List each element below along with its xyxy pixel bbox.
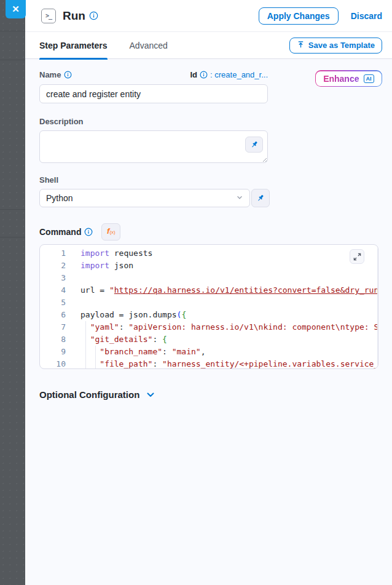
optional-configuration-toggle[interactable]: Optional Configuration (39, 389, 382, 400)
description-pin-button[interactable] (245, 137, 263, 153)
name-info-icon[interactable] (64, 71, 72, 79)
step-config-panel: >_ Run Apply Changes Discard Step Parame… (25, 0, 392, 585)
code-line[interactable] (80, 272, 377, 284)
code-line-number: 3 (40, 272, 66, 284)
name-label: Name (39, 70, 61, 79)
code-lines: import requestsimport json url = "https:… (80, 247, 377, 369)
code-line[interactable]: import json (80, 260, 377, 272)
description-field-wrap (39, 130, 268, 163)
code-gutter: 12345678910 (40, 247, 66, 369)
shell-selected-value: Python (46, 193, 73, 203)
close-icon: ✕ (12, 4, 20, 15)
chevron-down-icon (236, 193, 243, 203)
enhance-label: Enhance (323, 74, 359, 84)
run-step-icon: >_ (41, 9, 56, 23)
pin-icon (256, 194, 265, 202)
step-parameters-form: Enhance AI Name Id : create_and_r... Des… (25, 59, 392, 400)
enhance-ai-button[interactable]: Enhance AI (315, 70, 382, 87)
command-row: Command f (x) (39, 223, 382, 241)
step-id-group: Id : create_and_r... (190, 70, 268, 79)
editor-expand-button[interactable] (350, 249, 364, 264)
command-label: Command (39, 227, 81, 237)
shell-label: Shell (39, 175, 382, 185)
code-line[interactable] (80, 296, 377, 309)
description-label: Description (39, 117, 382, 126)
tab-advanced[interactable]: Advanced (130, 32, 168, 59)
save-as-template-button[interactable]: Save as Template (289, 38, 382, 54)
pin-icon (250, 140, 259, 149)
close-panel-button[interactable]: ✕ (6, 0, 26, 18)
code-line-number: 8 (40, 333, 66, 346)
command-label-group: Command (39, 227, 93, 237)
shell-row: Python (39, 189, 382, 207)
id-label: Id (190, 70, 197, 79)
editor-right-rule (377, 245, 378, 368)
ai-badge: AI (364, 74, 374, 83)
command-code-editor[interactable]: 12345678910 import requestsimport json u… (39, 244, 378, 369)
discard-button[interactable]: Discard (351, 11, 382, 21)
code-line-number: 2 (40, 260, 66, 272)
code-line[interactable]: payload = json.dumps({ (80, 309, 377, 321)
title-info-icon[interactable] (89, 11, 98, 20)
name-label-group: Name (39, 70, 72, 79)
tab-bar: Step Parameters Advanced Save as Templat… (25, 32, 392, 59)
fx-sub: (x) (109, 229, 115, 235)
description-textarea[interactable] (39, 130, 268, 163)
tab-step-parameters[interactable]: Step Parameters (39, 32, 108, 59)
code-line-number: 4 (40, 284, 66, 296)
code-line-number: 1 (40, 247, 66, 260)
code-line-number: 10 (40, 358, 66, 369)
code-line-number: 6 (40, 309, 66, 321)
chevron-down-icon (146, 390, 155, 400)
rail-divider (0, 31, 25, 31)
background-rail (0, 0, 25, 585)
id-value: : create_and_r... (210, 70, 268, 79)
rail-divider (0, 209, 25, 210)
shell-select[interactable]: Python (39, 189, 250, 207)
code-line[interactable]: "file_path": "harness_entity/<+pipeline.… (80, 358, 377, 369)
code-line-number: 9 (40, 346, 66, 358)
code-line[interactable]: url = "https://qa.harness.io/v1/entities… (80, 284, 377, 296)
code-line[interactable]: "git_details": { (80, 333, 377, 346)
code-line-number: 7 (40, 321, 66, 333)
rail-divider (0, 60, 25, 60)
enhance-inner: Enhance AI (316, 71, 381, 86)
rail-divider (0, 237, 25, 237)
optional-configuration-label: Optional Configuration (39, 389, 139, 400)
command-info-icon[interactable] (84, 228, 93, 236)
id-info-icon[interactable] (200, 71, 208, 79)
code-line[interactable]: import requests (80, 247, 377, 260)
page-title: Run (63, 9, 85, 23)
expression-fx-button[interactable]: f (x) (101, 223, 120, 241)
shell-pin-button[interactable] (251, 189, 270, 207)
terminal-icon: >_ (45, 12, 52, 19)
name-input[interactable] (39, 84, 268, 103)
panel-header: >_ Run Apply Changes Discard (25, 0, 392, 32)
code-line[interactable]: "yaml": "apiVersion: harness.io/v1\nkind… (80, 321, 377, 333)
save-as-template-label: Save as Template (308, 41, 375, 50)
name-row: Name Id : create_and_r... (39, 70, 268, 79)
expand-icon (353, 253, 361, 261)
code-line-number: 5 (40, 296, 66, 309)
code-line[interactable]: "branch_name": "main", (80, 346, 377, 358)
template-upload-icon (297, 41, 305, 50)
apply-changes-button[interactable]: Apply Changes (259, 7, 339, 25)
